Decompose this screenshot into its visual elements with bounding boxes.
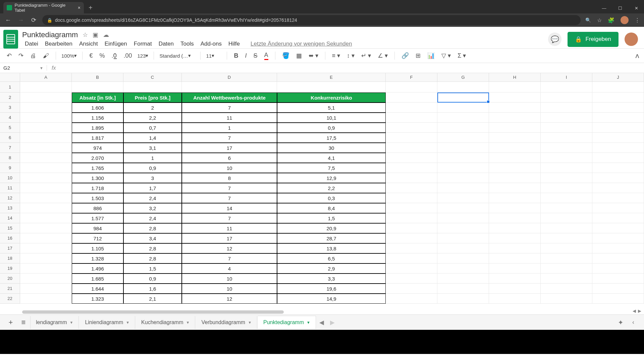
cell-D14[interactable]: 7 — [182, 213, 277, 223]
row-header-19[interactable]: 19 — [0, 263, 20, 274]
cell-G14[interactable] — [437, 213, 489, 223]
cell-I1[interactable] — [541, 82, 592, 93]
minimize-icon[interactable]: — — [596, 3, 612, 13]
cell-H22[interactable] — [489, 294, 541, 304]
cell-D5[interactable]: 1 — [182, 123, 277, 133]
cell-C8[interactable]: 1 — [123, 153, 182, 163]
cell-F5[interactable] — [386, 123, 437, 133]
cell-A16[interactable] — [20, 233, 72, 243]
cell-J7[interactable] — [592, 143, 644, 153]
cell-F13[interactable] — [386, 203, 437, 213]
sheet-nav-left-icon[interactable]: ◀ — [319, 319, 324, 326]
cell-I5[interactable] — [541, 123, 592, 133]
cell-D11[interactable]: 7 — [182, 183, 277, 193]
cell-F18[interactable] — [386, 253, 437, 263]
cell-C12[interactable]: 2,4 — [123, 193, 182, 203]
cell-H11[interactable] — [489, 183, 541, 193]
cell-D18[interactable]: 7 — [182, 253, 277, 263]
text-color-button[interactable]: A — [262, 50, 270, 61]
cell-J18[interactable] — [592, 253, 644, 263]
font-size-dropdown[interactable]: 11 ▾ — [205, 52, 222, 59]
cell-D16[interactable]: 17 — [182, 233, 277, 243]
cell-B18[interactable]: 1.328 — [72, 253, 123, 263]
cell-B16[interactable]: 712 — [72, 233, 123, 243]
menu-daten[interactable]: Daten — [156, 40, 176, 48]
cell-I12[interactable] — [541, 193, 592, 203]
text-wrap-icon[interactable]: ↵ ▾ — [359, 51, 373, 61]
cell-H5[interactable] — [489, 123, 541, 133]
row-header-6[interactable]: 6 — [0, 133, 20, 143]
side-panel-toggle-icon[interactable]: ‹ — [627, 319, 639, 326]
cell-G18[interactable] — [437, 253, 489, 263]
horizontal-align-icon[interactable]: ≡ ▾ — [330, 51, 342, 61]
paint-format-icon[interactable]: 🖌 — [41, 51, 51, 61]
cell-A5[interactable] — [20, 123, 72, 133]
cell-G4[interactable] — [437, 113, 489, 123]
cell-E19[interactable]: 2,9 — [277, 263, 386, 274]
cell-H2[interactable] — [489, 93, 541, 103]
cell-G11[interactable] — [437, 183, 489, 193]
cell-E18[interactable]: 6,5 — [277, 253, 386, 263]
italic-button[interactable]: I — [243, 51, 249, 61]
row-header-10[interactable]: 10 — [0, 173, 20, 183]
cell-C19[interactable]: 1,5 — [123, 263, 182, 274]
insert-link-icon[interactable]: 🔗 — [399, 51, 411, 61]
chevron-down-icon[interactable]: ▼ — [126, 320, 129, 324]
cell-B19[interactable]: 1.496 — [72, 263, 123, 274]
cell-J12[interactable] — [592, 193, 644, 203]
bookmark-star-icon[interactable]: ☆ — [597, 17, 602, 23]
cell-F14[interactable] — [386, 213, 437, 223]
cell-D15[interactable]: 11 — [182, 223, 277, 233]
cell-G13[interactable] — [437, 203, 489, 213]
add-sheet-button[interactable]: + — [5, 316, 17, 328]
row-header-9[interactable]: 9 — [0, 163, 20, 173]
cell-I9[interactable] — [541, 163, 592, 173]
chrome-profile-avatar[interactable] — [621, 16, 629, 24]
cell-D8[interactable]: 6 — [182, 153, 277, 163]
cell-D7[interactable]: 17 — [182, 143, 277, 153]
cell-I13[interactable] — [541, 203, 592, 213]
cell-C11[interactable]: 1,7 — [123, 183, 182, 193]
cell-J22[interactable] — [592, 294, 644, 304]
cell-G16[interactable] — [437, 233, 489, 243]
cell-A15[interactable] — [20, 223, 72, 233]
row-header-14[interactable]: 14 — [0, 213, 20, 223]
cell-C7[interactable]: 3,1 — [123, 143, 182, 153]
cell-B22[interactable]: 1.323 — [72, 294, 123, 304]
explore-icon[interactable]: ✦ — [614, 316, 627, 328]
scroll-arrows[interactable]: ◀▶ — [633, 308, 641, 313]
cell-H18[interactable] — [489, 253, 541, 263]
decrease-decimal-button[interactable]: .0̲ — [109, 51, 119, 61]
cell-C3[interactable]: 2 — [123, 103, 182, 113]
cell-H9[interactable] — [489, 163, 541, 173]
cell-D13[interactable]: 14 — [182, 203, 277, 213]
row-header-1[interactable]: 1 — [0, 82, 20, 93]
currency-button[interactable]: € — [87, 51, 95, 61]
cell-A12[interactable] — [20, 193, 72, 203]
menu-ansicht[interactable]: Ansicht — [76, 40, 101, 48]
reload-icon[interactable]: ⟳ — [30, 16, 38, 24]
zoom-indicator-icon[interactable]: 🔍 — [585, 17, 591, 23]
cell-G15[interactable] — [437, 223, 489, 233]
cell-E8[interactable]: 4,1 — [277, 153, 386, 163]
cell-D22[interactable]: 12 — [182, 294, 277, 304]
column-header-E[interactable]: E — [277, 73, 386, 81]
cell-G9[interactable] — [437, 163, 489, 173]
cell-D17[interactable]: 12 — [182, 243, 277, 253]
cell-E4[interactable]: 10,1 — [277, 113, 386, 123]
cell-D19[interactable]: 4 — [182, 263, 277, 274]
extensions-icon[interactable]: 🧩 — [608, 17, 614, 23]
row-header-17[interactable]: 17 — [0, 243, 20, 253]
cell-B11[interactable]: 1.718 — [72, 183, 123, 193]
cell-B6[interactable]: 1.817 — [72, 133, 123, 143]
cell-J3[interactable] — [592, 103, 644, 113]
cell-E1[interactable] — [277, 82, 386, 93]
cell-I22[interactable] — [541, 294, 592, 304]
row-header-21[interactable]: 21 — [0, 284, 20, 294]
cell-J6[interactable] — [592, 133, 644, 143]
merge-cells-icon[interactable]: ⬌ ▾ — [307, 51, 320, 61]
cell-G10[interactable] — [437, 173, 489, 183]
cell-H7[interactable] — [489, 143, 541, 153]
cell-D20[interactable]: 10 — [182, 274, 277, 284]
address-bar[interactable]: 🔒 docs.google.com/spreadsheets/d/16sZAG8… — [42, 15, 581, 25]
